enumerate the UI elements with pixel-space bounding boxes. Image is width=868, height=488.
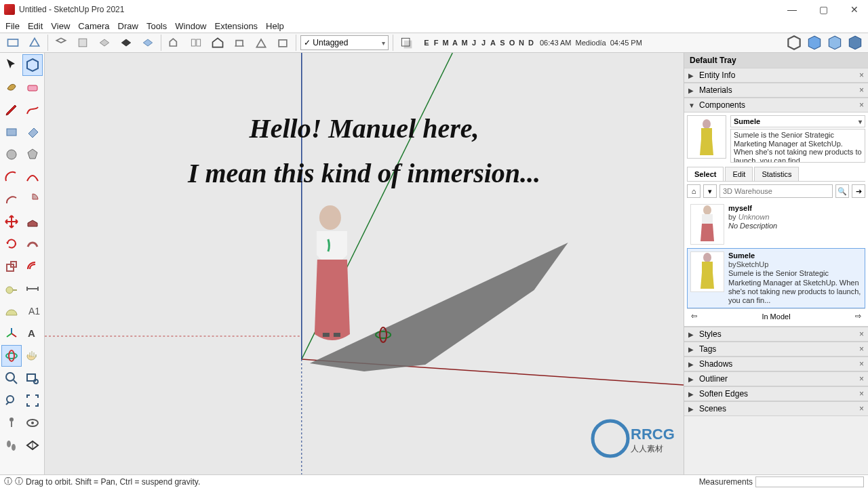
menu-edit[interactable]: Edit [25,21,45,31]
viewport[interactable]: Hello! Manuel here, I mean this kind of … [45,53,684,474]
look-around-tool-icon[interactable] [22,412,43,434]
tab-statistics[interactable]: Statistics [754,167,799,181]
zoom-prev-tool-icon[interactable] [1,390,22,411]
close-icon[interactable]: × [859,359,864,369]
panel-tags[interactable]: ▶Tags× [684,342,868,357]
iso-view-icon[interactable] [785,35,803,51]
house-icon[interactable] [209,35,226,51]
arc3-tool-icon[interactable] [1,188,22,210]
panel-soften-edges[interactable]: ▶Soften Edges× [684,386,868,401]
home-nav-icon[interactable]: ⌂ [687,184,701,198]
zoom-window-tool-icon[interactable] [22,367,43,389]
menu-tools[interactable]: Tools [144,21,170,31]
tool-icon[interactable] [52,35,70,51]
component-list-item[interactable]: Sumele bySketchUp Sumele is the Senior S… [687,248,865,308]
tray-title[interactable]: Default Tray [684,53,868,68]
cube-icon[interactable] [806,35,823,51]
component-thumbnail[interactable] [687,115,726,159]
menu-camera[interactable]: Camera [75,21,112,31]
maximize-button[interactable]: ▢ [814,4,833,15]
section-tool-icon[interactable] [22,434,43,456]
menu-window[interactable]: Window [172,21,209,31]
measurements-input[interactable] [755,476,864,487]
close-icon[interactable]: × [859,100,864,110]
sun-slider[interactable]: EFMAMJJASOND 06:43 AM Mediodía 04:45 PM [423,39,642,47]
panel-entity-info[interactable]: ▶Entity Info× [684,68,868,83]
scale-tool-icon[interactable] [1,256,22,277]
orbit-tool-icon[interactable] [1,345,22,367]
close-icon[interactable]: × [859,374,864,384]
rectangle-tool-icon[interactable] [1,121,22,143]
close-icon[interactable]: × [859,389,864,399]
axes-tool-icon[interactable] [1,323,22,344]
component-tool-icon[interactable] [22,54,43,76]
pie-tool-icon[interactable] [22,188,43,210]
tab-select[interactable]: Select [687,167,724,181]
zoom-tool-icon[interactable] [1,367,22,389]
panel-scenes[interactable]: ▶Scenes× [684,401,868,416]
go-icon[interactable]: ➔ [852,184,865,198]
warehouse-search-input[interactable] [719,184,833,198]
chevron-down-icon[interactable]: ▾ [703,184,717,198]
arc2-tool-icon[interactable] [22,166,43,188]
close-icon[interactable]: × [859,329,864,339]
arc-tool-icon[interactable] [1,166,22,188]
nav-back-icon[interactable]: ⇦ [691,312,697,321]
offset-tool-icon[interactable] [22,256,43,277]
menu-file[interactable]: File [3,21,22,31]
cube-icon[interactable] [846,35,864,51]
eraser-tool-icon[interactable] [22,77,43,98]
component-list-item[interactable]: myself by Unknown No Description [687,201,865,248]
info-icon[interactable]: ⓘ [15,476,23,487]
tool-icon[interactable] [96,35,113,51]
freehand-tool-icon[interactable] [22,99,43,121]
close-button[interactable]: ✕ [845,4,864,15]
tab-edit[interactable]: Edit [725,167,753,181]
dimension-tool-icon[interactable] [22,278,43,300]
pencil-tool-icon[interactable] [1,99,22,121]
polygon-tool-icon[interactable] [22,144,43,165]
select-tool-icon[interactable] [1,54,22,76]
pushpull-tool-icon[interactable] [22,211,43,232]
3dtext-tool-icon[interactable]: A [22,323,43,344]
help-icon[interactable]: ⓘ [4,476,12,487]
shadow-toggle-icon[interactable] [397,35,415,51]
minimize-button[interactable]: — [783,4,802,15]
tool-icon[interactable] [187,35,205,51]
tool-icon[interactable] [139,35,157,51]
nav-forward-icon[interactable]: ⇨ [855,312,861,321]
walk-tool-icon[interactable] [1,434,22,456]
position-camera-tool-icon[interactable] [1,412,22,434]
menu-draw[interactable]: Draw [115,21,141,31]
followme-tool-icon[interactable] [22,233,43,255]
menu-extensions[interactable]: Extensions [212,21,261,31]
tool-icon[interactable] [74,35,92,51]
panel-components[interactable]: ▼Components× [684,98,868,113]
text-tool-icon[interactable]: A1 [22,300,43,322]
panel-styles[interactable]: ▶Styles× [684,327,868,342]
tool-icon[interactable] [231,35,248,51]
panel-outliner[interactable]: ▶Outliner× [684,371,868,386]
tool-icon[interactable] [165,35,183,51]
tool-icon[interactable] [274,35,292,51]
paint-tool-icon[interactable] [1,77,22,98]
rotated-rect-tool-icon[interactable] [22,121,43,143]
component-desc-field[interactable]: Sumele is the Senior Strategic Marketing… [730,129,865,163]
close-icon[interactable]: × [859,344,864,354]
move-tool-icon[interactable] [1,211,22,232]
panel-materials[interactable]: ▶Materials× [684,83,868,98]
tag-dropdown[interactable]: ✓ Untagged [300,35,389,50]
pan-tool-icon[interactable] [22,345,43,367]
menu-view[interactable]: View [48,21,73,31]
close-icon[interactable]: × [859,85,864,95]
rotate-tool-icon[interactable] [1,233,22,255]
zoom-extents-tool-icon[interactable] [22,390,43,411]
tool-icon[interactable] [252,35,270,51]
component-name-field[interactable]: Sumele▾ [730,115,865,127]
tool-icon[interactable] [117,35,135,51]
search-icon[interactable]: 🔍 [835,184,849,198]
panel-shadows[interactable]: ▶Shadows× [684,357,868,371]
tape-tool-icon[interactable] [1,278,22,300]
tool-icon[interactable] [4,35,22,51]
cube-icon[interactable] [826,35,844,51]
